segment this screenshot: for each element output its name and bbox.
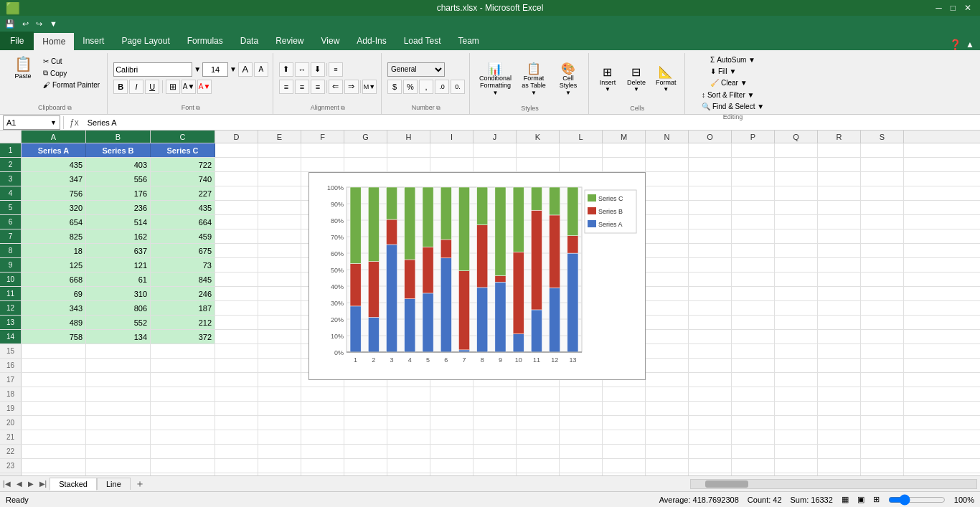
empty-cell[interactable] [861,459,904,473]
empty-cell[interactable] [646,172,689,186]
empty-cell[interactable] [861,215,904,229]
data-cell[interactable]: 556 [86,172,151,186]
col-header-e[interactable]: E [258,131,301,143]
data-cell[interactable]: 61 [86,273,151,286]
empty-cell[interactable] [301,158,344,171]
empty-cell[interactable] [258,186,301,200]
empty-cell[interactable] [603,459,646,473]
empty-cell[interactable] [689,244,732,257]
empty-cell[interactable] [689,201,732,214]
empty-cell[interactable] [689,359,732,372]
col-header-a[interactable]: A [22,131,86,143]
empty-cell[interactable] [301,473,344,475]
percent-btn[interactable]: % [403,80,418,94]
empty-cell[interactable] [22,373,86,387]
empty-cell[interactable] [473,459,517,473]
col-header-j[interactable]: J [473,131,517,143]
paste-button[interactable]: 📋 Paste [7,55,39,82]
font-size-dropdown[interactable]: ▼ [230,65,237,73]
scrollbar-thumb[interactable] [705,480,748,488]
empty-cell[interactable] [560,402,603,415]
data-cell[interactable]: 435 [22,158,86,171]
empty-cell[interactable] [646,258,689,272]
empty-cell[interactable] [215,186,258,200]
empty-cell[interactable] [22,430,86,444]
empty-cell[interactable] [861,359,904,372]
empty-cell[interactable] [22,359,86,372]
empty-cell[interactable] [301,459,344,473]
empty-cell[interactable] [215,273,258,286]
tab-page-layout[interactable]: Page Layout [113,32,178,50]
empty-cell[interactable] [344,402,387,415]
data-cell[interactable]: 403 [86,158,151,171]
empty-cell[interactable] [646,201,689,214]
empty-cell[interactable] [775,186,818,200]
empty-cell[interactable] [258,215,301,229]
empty-cell[interactable] [430,387,473,401]
sheet-scroll-first[interactable]: |◀ [0,480,14,488]
empty-cell[interactable] [517,402,560,415]
align-middle-btn[interactable]: ↔ [295,62,309,77]
empty-cell[interactable] [732,301,775,315]
empty-cell[interactable] [689,301,732,315]
empty-cell[interactable] [775,402,818,415]
empty-cell[interactable] [775,473,818,475]
empty-cell[interactable] [344,158,387,171]
font-size-increase-btn[interactable]: A [238,62,253,77]
col-header-d[interactable]: D [215,131,258,143]
empty-cell[interactable] [22,473,86,475]
customize-qa-icon[interactable]: ▼ [47,19,60,28]
font-name-dropdown[interactable]: ▼ [194,65,201,73]
empty-cell[interactable] [818,158,861,171]
empty-cell[interactable] [775,344,818,358]
data-cell[interactable]: 654 [22,215,86,229]
empty-cell[interactable] [775,301,818,315]
col-header-l[interactable]: L [560,131,603,143]
empty-cell[interactable] [86,402,151,415]
col-header-b[interactable]: B [86,131,151,143]
empty-cell[interactable] [603,416,646,430]
empty-cell[interactable] [258,430,301,444]
empty-cell[interactable] [473,416,517,430]
tab-file[interactable]: File [0,32,34,50]
empty-cell[interactable] [215,459,258,473]
empty-cell[interactable] [22,402,86,415]
empty-cell[interactable] [689,287,732,300]
empty-cell[interactable] [151,416,215,430]
empty-cell[interactable] [258,459,301,473]
empty-cell[interactable] [86,445,151,458]
sheet-tab-stacked[interactable]: Stacked [50,478,97,491]
col-header-c[interactable]: C [151,131,215,143]
empty-cell[interactable] [430,459,473,473]
empty-cell[interactable] [215,201,258,214]
empty-cell[interactable] [215,229,258,243]
empty-cell[interactable] [689,416,732,430]
empty-cell[interactable] [86,344,151,358]
empty-cell[interactable] [732,387,775,401]
add-sheet-btn[interactable]: ＋ [131,478,149,491]
empty-cell[interactable] [473,387,517,401]
empty-cell[interactable] [344,445,387,458]
align-center-btn[interactable]: ≡ [295,80,309,94]
data-cell[interactable]: 664 [151,215,215,229]
empty-cell[interactable] [689,273,732,286]
col-header-h[interactable]: H [387,131,430,143]
empty-cell[interactable] [646,316,689,329]
empty-cell[interactable] [732,143,775,157]
col-header-n[interactable]: N [646,131,689,143]
empty-cell[interactable] [258,244,301,257]
data-cell[interactable]: 69 [22,287,86,300]
empty-cell[interactable] [473,473,517,475]
empty-cell[interactable] [258,330,301,343]
empty-cell[interactable] [151,473,215,475]
empty-cell[interactable] [517,158,560,171]
empty-cell[interactable] [861,301,904,315]
indent-increase-btn[interactable]: ⇒ [344,80,359,94]
empty-cell[interactable] [215,143,258,157]
empty-cell[interactable] [258,359,301,372]
empty-cell[interactable] [560,416,603,430]
italic-button[interactable]: I [129,80,143,94]
data-cell[interactable]: 320 [22,201,86,214]
empty-cell[interactable] [861,273,904,286]
page-layout-view-btn[interactable]: ▣ [857,495,864,504]
